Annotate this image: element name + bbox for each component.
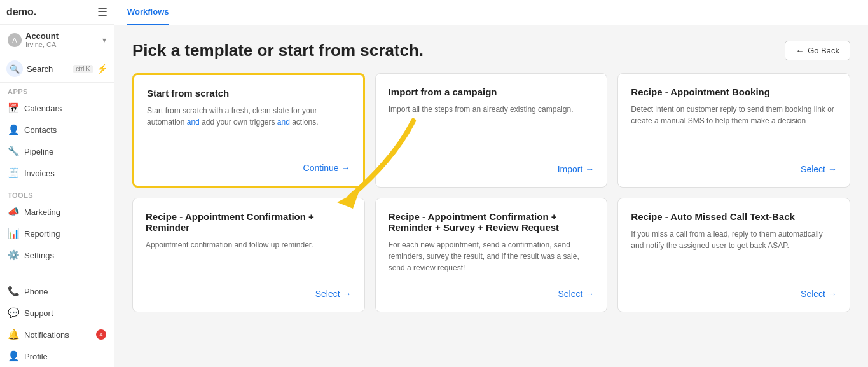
- phone-label: Phone: [24, 287, 48, 296]
- card-action[interactable]: Continue →: [147, 163, 350, 173]
- card-title: Import from a campaign: [389, 87, 595, 97]
- card-action[interactable]: Select →: [631, 289, 837, 299]
- search-label: Search: [27, 64, 69, 74]
- search-bar[interactable]: 🔍 Search ctrl K ⚡: [0, 55, 114, 83]
- avatar: A: [8, 33, 22, 47]
- content-area: Pick a template or start from scratch. ←…: [114, 25, 868, 367]
- continue-label: Continue: [303, 163, 339, 173]
- search-shortcut: ctrl K: [73, 65, 93, 73]
- select-label: Select: [801, 289, 825, 299]
- notification-badge: 4: [96, 329, 106, 340]
- card-action[interactable]: Select →: [389, 289, 595, 299]
- support-icon: 💬: [8, 307, 19, 319]
- account-text: Account Irvine, CA: [25, 31, 59, 48]
- search-action-icon: ⚡: [97, 64, 107, 74]
- select-arrow-icon: →: [828, 289, 837, 299]
- card-title: Recipe - Auto Missed Call Text-Back: [631, 211, 837, 222]
- card-desc: For each new appointment, send a confirm…: [389, 239, 595, 279]
- sidebar-item-notifications[interactable]: 🔔 Notifications 4: [0, 324, 114, 345]
- sidebar-header: demo. ☰: [0, 0, 114, 25]
- select-arrow-icon: →: [585, 289, 594, 299]
- card-recipe-appointment-confirmation[interactable]: Recipe - Appointment Confirmation + Remi…: [132, 198, 365, 312]
- card-action[interactable]: Import →: [389, 164, 595, 174]
- cards-grid: Start from scratch Start from scratch wi…: [132, 73, 850, 312]
- bottom-nav: 📞 Phone 💬 Support 🔔 Notifications 4 👤 Pr…: [0, 280, 114, 367]
- reporting-icon: 📊: [8, 228, 19, 239]
- notifications-label: Notifications: [24, 330, 69, 340]
- sidebar-item-marketing[interactable]: 📣 Marketing: [0, 201, 114, 223]
- topbar: Workflows: [114, 0, 868, 25]
- card-desc: Start from scratch with a fresh, clean s…: [147, 105, 350, 153]
- support-label: Support: [24, 308, 53, 318]
- card-recipe-appointment-booking[interactable]: Recipe - Appointment Booking Detect inte…: [617, 73, 850, 188]
- settings-label: Settings: [24, 251, 54, 260]
- search-icon: 🔍: [6, 60, 23, 77]
- pipeline-icon: 🔧: [8, 146, 19, 157]
- calendars-icon: 📅: [8, 102, 19, 114]
- page-title: Pick a template or start from scratch.: [132, 41, 424, 60]
- select-label: Select: [801, 164, 825, 174]
- select-arrow-icon: →: [343, 289, 352, 299]
- card-title: Recipe - Appointment Confirmation + Remi…: [389, 211, 595, 233]
- sidebar-item-settings[interactable]: ⚙️ Settings: [0, 244, 114, 266]
- card-title: Recipe - Appointment Booking: [631, 87, 837, 97]
- sidebar-item-reporting[interactable]: 📊 Reporting: [0, 223, 114, 244]
- go-back-label: Go Back: [808, 46, 839, 55]
- card-action[interactable]: Select →: [631, 164, 837, 174]
- account-location: Irvine, CA: [25, 41, 59, 48]
- card-desc: Appointment confirmation and follow up r…: [146, 239, 352, 279]
- contacts-label: Contacts: [24, 125, 57, 135]
- settings-icon: ⚙️: [8, 249, 19, 261]
- sidebar-item-support[interactable]: 💬 Support: [0, 302, 114, 324]
- card-action[interactable]: Select →: [146, 289, 352, 299]
- sidebar-item-invoices[interactable]: 🧾 Invoices: [0, 162, 114, 184]
- phone-icon: 📞: [8, 286, 19, 297]
- select-arrow-icon: →: [828, 164, 837, 174]
- sidebar-item-pipeline[interactable]: 🔧 Pipeline: [0, 141, 114, 162]
- chevron-down-icon: ▾: [102, 36, 106, 45]
- sidebar: demo. ☰ A Account Irvine, CA ▾ 🔍 Search …: [0, 0, 114, 367]
- apps-section-label: Apps: [0, 83, 114, 97]
- card-desc: Import all the steps from an already exi…: [389, 104, 595, 154]
- invoices-icon: 🧾: [8, 167, 19, 179]
- card-recipe-appointment-confirmation-survey[interactable]: Recipe - Appointment Confirmation + Remi…: [375, 198, 608, 312]
- import-arrow-icon: →: [585, 164, 594, 174]
- go-back-arrow-icon: ←: [796, 46, 804, 55]
- content-header: Pick a template or start from scratch. ←…: [132, 41, 850, 60]
- notifications-icon: 🔔: [8, 329, 19, 340]
- tools-section-label: Tools: [0, 186, 114, 201]
- card-import-from-campaign[interactable]: Import from a campaign Import all the st…: [375, 73, 608, 188]
- invoices-label: Invoices: [24, 169, 55, 178]
- select-label: Select: [558, 289, 582, 299]
- card-title: Recipe - Appointment Confirmation + Remi…: [146, 211, 352, 233]
- profile-label: Profile: [24, 352, 48, 361]
- card-desc: If you miss a call from a lead, reply to…: [631, 228, 837, 279]
- card-start-from-scratch[interactable]: Start from scratch Start from scratch wi…: [132, 73, 365, 188]
- continue-arrow-icon: →: [341, 163, 350, 173]
- sidebar-item-calendars[interactable]: 📅 Calendars: [0, 97, 114, 119]
- workflows-tab[interactable]: Workflows: [127, 0, 169, 25]
- marketing-label: Marketing: [24, 207, 60, 217]
- main-content: Workflows Pick a template or start from …: [114, 0, 868, 367]
- card-recipe-auto-missed-call[interactable]: Recipe - Auto Missed Call Text-Back If y…: [617, 198, 850, 312]
- import-label: Import: [558, 164, 583, 174]
- pipeline-label: Pipeline: [24, 147, 53, 156]
- select-label: Select: [315, 289, 340, 299]
- reporting-label: Reporting: [24, 229, 60, 239]
- card-title: Start from scratch: [147, 88, 350, 99]
- sidebar-item-contacts[interactable]: 👤 Contacts: [0, 119, 114, 141]
- contacts-icon: 👤: [8, 124, 19, 135]
- marketing-icon: 📣: [8, 206, 19, 218]
- menu-icon[interactable]: ☰: [97, 5, 107, 19]
- sidebar-item-phone[interactable]: 📞 Phone: [0, 280, 114, 302]
- account-section[interactable]: A Account Irvine, CA ▾: [0, 25, 114, 55]
- profile-icon: 👤: [8, 350, 19, 362]
- sidebar-item-profile[interactable]: 👤 Profile: [0, 345, 114, 367]
- logo: demo.: [6, 6, 36, 18]
- account-info: A Account Irvine, CA: [8, 31, 59, 48]
- account-name: Account: [25, 31, 59, 41]
- card-desc: Detect intent on customer reply to send …: [631, 104, 837, 154]
- go-back-button[interactable]: ← Go Back: [785, 41, 850, 60]
- calendars-label: Calendars: [24, 104, 62, 113]
